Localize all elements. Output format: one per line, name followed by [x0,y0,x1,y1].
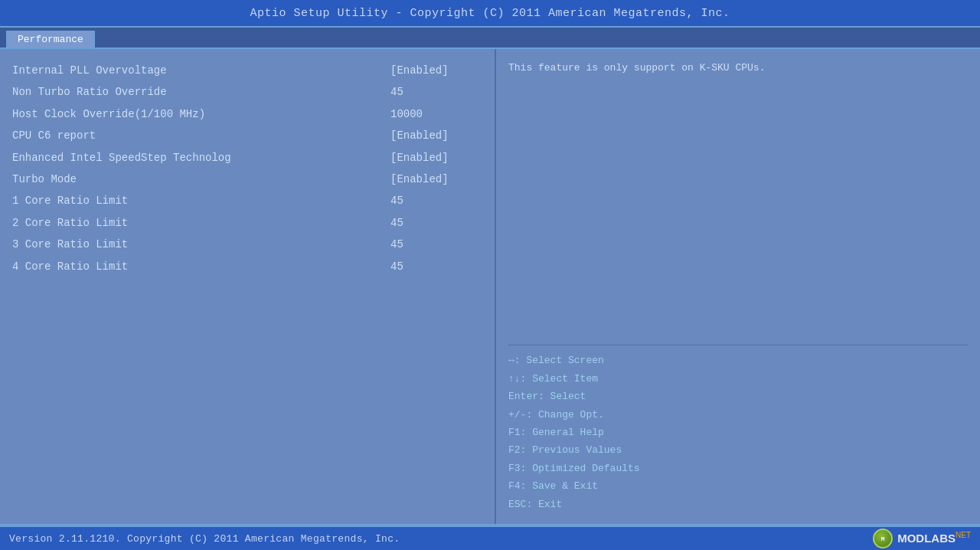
menu-item-value-2: 10000 [390,106,482,123]
menu-item-9[interactable]: 4 Core Ratio Limit45 [12,256,482,277]
key-help-item-7: F4: Save & Exit [508,477,968,495]
menu-item-7[interactable]: 2 Core Ratio Limit45 [12,212,482,234]
key-help-item-2: Enter: Select [508,388,968,405]
menu-item-value-9: 45 [390,258,482,275]
left-panel: Internal PLL Overvoltage[Enabled]Non Tur… [0,49,496,524]
menu-item-label-2: Host Clock Override(1/100 MHz) [12,106,205,123]
bottom-bar-text: Version 2.11.1210. Copyright (C) 2011 Am… [9,533,400,545]
modlabs-logo: M MODLABSNET [873,529,971,548]
menu-item-value-5: [Enabled] [390,171,482,188]
menu-item-value-6: 45 [390,192,482,209]
key-help-item-4: F1: General Help [508,424,968,441]
top-bar: Aptio Setup Utility - Copyright (C) 2011… [0,0,980,28]
menu-item-label-0: Internal PLL Overvoltage [12,62,167,79]
menu-item-6[interactable]: 1 Core Ratio Limit45 [12,190,482,211]
tab-performance[interactable]: Performance [6,31,95,47]
divider [508,345,968,345]
menu-item-1[interactable]: Non Turbo Ratio Override45 [12,81,482,103]
menu-item-8[interactable]: 3 Core Ratio Limit45 [12,234,482,255]
menu-item-label-5: Turbo Mode [12,171,77,188]
menu-item-3[interactable]: CPU C6 report[Enabled] [12,125,482,146]
modlabs-text: MODLABSNET [897,531,971,546]
menu-item-value-3: [Enabled] [390,127,482,144]
bottom-bar: Version 2.11.1210. Copyright (C) 2011 Am… [0,525,980,550]
menu-item-label-4: Enhanced Intel SpeedStep Technolog [12,149,231,166]
key-help-item-0: ↔: Select Screen [508,352,968,369]
menu-item-value-7: 45 [390,214,482,231]
menu-item-label-7: 2 Core Ratio Limit [12,214,128,231]
key-help-item-5: F2: Previous Values [508,441,968,459]
menu-item-value-1: 45 [390,83,482,100]
menu-item-4[interactable]: Enhanced Intel SpeedStep Technolog[Enabl… [12,147,482,169]
key-help-item-8: ESC: Exit [508,496,968,513]
key-help-item-6: F3: Optimized Defaults [508,460,968,477]
menu-item-label-9: 4 Core Ratio Limit [12,258,128,275]
menu-item-value-8: 45 [390,236,482,253]
menu-item-value-0: [Enabled] [390,62,482,79]
key-help-item-3: +/-: Change Opt. [508,406,968,424]
top-bar-title: Aptio Setup Utility - Copyright (C) 2011… [250,7,730,20]
menu-item-label-8: 3 Core Ratio Limit [12,236,128,253]
menu-item-2[interactable]: Host Clock Override(1/100 MHz)10000 [12,103,482,125]
menu-item-0[interactable]: Internal PLL Overvoltage[Enabled] [12,60,482,81]
menu-item-label-6: 1 Core Ratio Limit [12,192,128,209]
help-text: This feature is only support on K-SKU CP… [508,60,968,77]
right-panel: This feature is only support on K-SKU CP… [496,49,980,524]
main-content: Internal PLL Overvoltage[Enabled]Non Tur… [0,49,980,525]
modlabs-circle-icon: M [873,529,893,548]
menu-item-label-1: Non Turbo Ratio Override [12,83,167,100]
key-help-item-1: ↑↓: Select Item [508,370,968,388]
tab-row: Performance [0,28,980,49]
menu-item-label-3: CPU C6 report [12,127,96,144]
menu-item-5[interactable]: Turbo Mode[Enabled] [12,169,482,190]
key-help: ↔: Select Screen↑↓: Select ItemEnter: Se… [508,352,968,513]
menu-item-value-4: [Enabled] [390,149,482,166]
